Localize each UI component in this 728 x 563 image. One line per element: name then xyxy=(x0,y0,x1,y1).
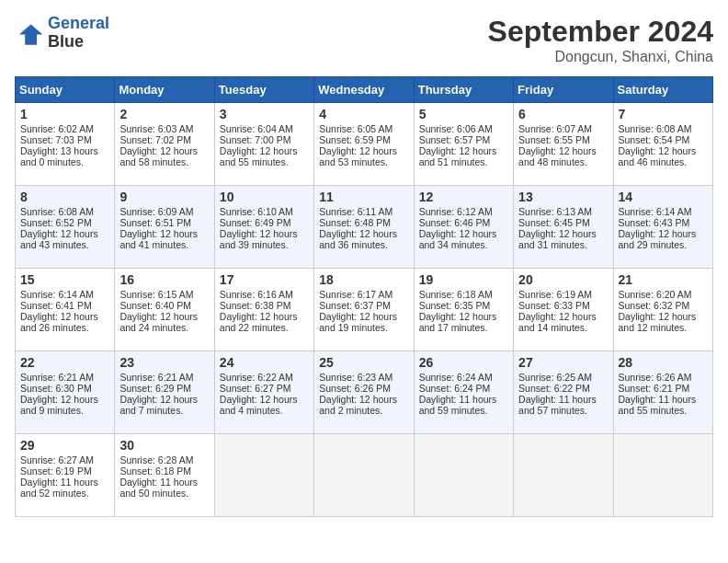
day-number: 17 xyxy=(220,272,309,287)
sunset-text: Sunset: 6:45 PM xyxy=(518,217,590,228)
sunset-text: Sunset: 6:26 PM xyxy=(319,383,391,394)
calendar-week-2: 15Sunrise: 6:14 AMSunset: 6:41 PMDayligh… xyxy=(16,269,713,351)
sunset-text: Sunset: 6:43 PM xyxy=(619,217,690,228)
sunrise-text: Sunrise: 6:28 AM xyxy=(119,454,193,465)
calendar-cell: 8Sunrise: 6:08 AMSunset: 6:52 PMDaylight… xyxy=(16,186,115,269)
daylight-text: Daylight: 12 hours and 19 minutes. xyxy=(319,311,397,333)
sunrise-text: Sunrise: 6:13 AM xyxy=(518,206,592,217)
daylight-text: Daylight: 11 hours and 50 minutes. xyxy=(119,477,198,499)
sunset-text: Sunset: 6:30 PM xyxy=(20,383,92,394)
daylight-text: Daylight: 12 hours and 53 minutes. xyxy=(319,145,397,167)
calendar-cell: 16Sunrise: 6:15 AMSunset: 6:40 PMDayligh… xyxy=(115,269,214,351)
logo-icon xyxy=(15,18,44,48)
col-header-saturday: Saturday xyxy=(613,77,712,103)
sunset-text: Sunset: 6:18 PM xyxy=(119,465,191,477)
sunrise-text: Sunrise: 6:16 AM xyxy=(220,289,293,300)
daylight-text: Daylight: 13 hours and 0 minutes. xyxy=(20,145,98,167)
day-number: 16 xyxy=(119,272,209,287)
sunset-text: Sunset: 6:46 PM xyxy=(419,217,491,228)
sunrise-text: Sunrise: 6:15 AM xyxy=(119,289,193,300)
daylight-text: Daylight: 12 hours and 31 minutes. xyxy=(518,228,597,250)
calendar-cell xyxy=(613,434,712,517)
daylight-text: Daylight: 12 hours and 7 minutes. xyxy=(119,394,198,416)
day-number: 2 xyxy=(119,107,209,121)
sunrise-text: Sunrise: 6:23 AM xyxy=(319,372,392,383)
daylight-text: Daylight: 12 hours and 46 minutes. xyxy=(619,145,697,167)
day-number: 13 xyxy=(518,190,608,204)
sunrise-text: Sunrise: 6:11 AM xyxy=(319,206,392,217)
sunset-text: Sunset: 6:19 PM xyxy=(20,465,92,477)
calendar-cell: 19Sunrise: 6:18 AMSunset: 6:35 PMDayligh… xyxy=(414,269,513,351)
daylight-text: Daylight: 12 hours and 58 minutes. xyxy=(119,145,198,167)
sunrise-text: Sunrise: 6:20 AM xyxy=(619,289,692,300)
day-number: 18 xyxy=(319,272,408,287)
day-number: 10 xyxy=(220,190,309,204)
month-title: September 2024 xyxy=(488,15,713,49)
daylight-text: Daylight: 12 hours and 9 minutes. xyxy=(20,394,98,416)
calendar-cell xyxy=(314,434,414,517)
calendar-cell: 24Sunrise: 6:22 AMSunset: 6:27 PMDayligh… xyxy=(214,351,313,434)
day-number: 29 xyxy=(20,438,109,453)
calendar-cell: 6Sunrise: 6:07 AMSunset: 6:55 PMDaylight… xyxy=(514,103,613,186)
col-header-friday: Friday xyxy=(514,77,613,103)
sunset-text: Sunset: 6:40 PM xyxy=(119,300,191,311)
sunset-text: Sunset: 7:00 PM xyxy=(220,134,291,145)
sunset-text: Sunset: 6:41 PM xyxy=(20,300,92,311)
calendar-cell: 15Sunrise: 6:14 AMSunset: 6:41 PMDayligh… xyxy=(16,269,115,351)
day-number: 19 xyxy=(419,272,508,287)
sunset-text: Sunset: 6:55 PM xyxy=(518,134,590,145)
day-number: 9 xyxy=(119,190,209,204)
page-header: GeneralBlue September 2024 Dongcun, Shan… xyxy=(15,15,713,65)
day-number: 7 xyxy=(619,107,708,121)
sunrise-text: Sunrise: 6:25 AM xyxy=(518,372,592,383)
sunset-text: Sunset: 6:33 PM xyxy=(518,300,590,311)
logo-text: GeneralBlue xyxy=(48,15,109,52)
sunrise-text: Sunrise: 6:14 AM xyxy=(619,206,692,217)
sunrise-text: Sunrise: 6:05 AM xyxy=(319,123,392,134)
day-number: 30 xyxy=(119,438,209,453)
sunset-text: Sunset: 6:49 PM xyxy=(220,217,291,228)
day-number: 26 xyxy=(419,355,508,370)
sunset-text: Sunset: 6:22 PM xyxy=(518,383,590,394)
day-number: 22 xyxy=(20,355,109,370)
sunset-text: Sunset: 6:24 PM xyxy=(419,383,491,394)
daylight-text: Daylight: 12 hours and 12 minutes. xyxy=(619,311,697,333)
calendar-cell: 26Sunrise: 6:24 AMSunset: 6:24 PMDayligh… xyxy=(414,351,513,434)
calendar-cell: 12Sunrise: 6:12 AMSunset: 6:46 PMDayligh… xyxy=(414,186,513,269)
sunrise-text: Sunrise: 6:18 AM xyxy=(419,289,493,300)
calendar-cell: 1Sunrise: 6:02 AMSunset: 7:03 PMDaylight… xyxy=(16,103,115,186)
logo: GeneralBlue xyxy=(15,15,109,52)
calendar-cell: 30Sunrise: 6:28 AMSunset: 6:18 PMDayligh… xyxy=(115,434,214,517)
sunset-text: Sunset: 6:57 PM xyxy=(419,134,491,145)
calendar-cell: 10Sunrise: 6:10 AMSunset: 6:49 PMDayligh… xyxy=(214,186,313,269)
calendar-cell: 3Sunrise: 6:04 AMSunset: 7:00 PMDaylight… xyxy=(214,103,313,186)
sunrise-text: Sunrise: 6:21 AM xyxy=(20,372,94,383)
col-header-thursday: Thursday xyxy=(414,77,513,103)
calendar-table: SundayMondayTuesdayWednesdayThursdayFrid… xyxy=(15,76,713,517)
daylight-text: Daylight: 12 hours and 29 minutes. xyxy=(619,228,697,250)
sunrise-text: Sunrise: 6:26 AM xyxy=(619,372,692,383)
sunrise-text: Sunrise: 6:21 AM xyxy=(119,372,193,383)
svg-marker-0 xyxy=(19,24,43,44)
day-number: 12 xyxy=(419,190,508,204)
day-number: 8 xyxy=(20,190,109,204)
day-number: 23 xyxy=(119,355,209,370)
sunset-text: Sunset: 6:54 PM xyxy=(619,134,690,145)
sunset-text: Sunset: 6:27 PM xyxy=(220,383,291,394)
day-number: 6 xyxy=(518,107,608,121)
calendar-cell: 17Sunrise: 6:16 AMSunset: 6:38 PMDayligh… xyxy=(214,269,313,351)
daylight-text: Daylight: 12 hours and 26 minutes. xyxy=(20,311,98,333)
calendar-cell: 9Sunrise: 6:09 AMSunset: 6:51 PMDaylight… xyxy=(115,186,214,269)
calendar-cell: 14Sunrise: 6:14 AMSunset: 6:43 PMDayligh… xyxy=(613,186,712,269)
day-number: 24 xyxy=(220,355,309,370)
daylight-text: Daylight: 11 hours and 59 minutes. xyxy=(419,394,497,416)
sunrise-text: Sunrise: 6:02 AM xyxy=(20,123,94,134)
sunset-text: Sunset: 6:38 PM xyxy=(220,300,291,311)
daylight-text: Daylight: 11 hours and 57 minutes. xyxy=(518,394,597,416)
col-header-sunday: Sunday xyxy=(16,77,115,103)
daylight-text: Daylight: 12 hours and 36 minutes. xyxy=(319,228,397,250)
col-header-tuesday: Tuesday xyxy=(214,77,313,103)
calendar-cell: 25Sunrise: 6:23 AMSunset: 6:26 PMDayligh… xyxy=(314,351,414,434)
daylight-text: Daylight: 12 hours and 51 minutes. xyxy=(419,145,497,167)
calendar-week-3: 22Sunrise: 6:21 AMSunset: 6:30 PMDayligh… xyxy=(16,351,713,434)
